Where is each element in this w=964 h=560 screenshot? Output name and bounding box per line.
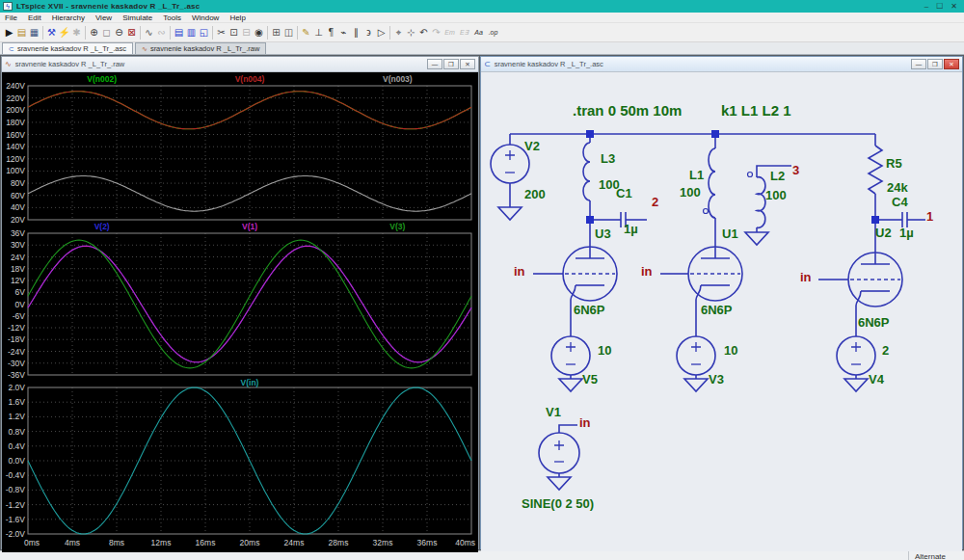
capacitor-icon[interactable]: ∥	[350, 25, 362, 40]
edit-text-icon[interactable]: ✎	[300, 25, 312, 40]
inductor-icon[interactable]: ϶	[362, 25, 375, 40]
c1-capacitor[interactable]	[590, 212, 647, 227]
run-icon[interactable]: ▶	[3, 25, 15, 40]
l1-name[interactable]: L1	[689, 169, 704, 181]
u2-name[interactable]: U2	[875, 227, 892, 239]
text-tool-icon[interactable]: Aa	[471, 25, 486, 40]
menu-help[interactable]: Help	[229, 13, 245, 22]
move-icon[interactable]: ⌖	[392, 25, 405, 40]
save-icon[interactable]: ▦	[28, 25, 40, 40]
directive-tran[interactable]: .tran 0 50m 10m	[573, 103, 682, 118]
maximize-button[interactable]: ☐	[936, 2, 943, 12]
u3-in-label[interactable]: in	[514, 265, 525, 278]
v2-name[interactable]: V2	[524, 140, 540, 152]
v4-value[interactable]: 2	[882, 344, 889, 357]
spice-directive-icon[interactable]: .op	[486, 25, 500, 40]
c4-value[interactable]: 1µ	[899, 227, 914, 239]
net-label-icon[interactable]: ¶	[325, 25, 337, 40]
r5-value[interactable]: 24k	[887, 181, 908, 194]
v5-value[interactable]: 10	[598, 344, 611, 357]
schematic-close-button[interactable]: ✕	[944, 59, 959, 69]
cut-icon[interactable]: ✂	[215, 25, 228, 40]
l2-name[interactable]: L2	[770, 170, 785, 182]
trace-label-v3[interactable]: V(3)	[389, 222, 405, 231]
l1-inductor[interactable]	[704, 134, 716, 247]
ground-icon[interactable]: ⊥	[312, 25, 325, 40]
u1-tube[interactable]	[660, 247, 742, 336]
control-panel-icon[interactable]: ⚒	[45, 25, 58, 40]
trace-label-vin[interactable]: V(in)	[241, 378, 259, 387]
tab-waveform[interactable]: ∿sravnenie kaskadov R _L_Tr_.raw	[135, 42, 266, 54]
r5-resistor[interactable]	[869, 134, 882, 220]
u3-type[interactable]: 6N6P	[574, 304, 605, 316]
u2-in-label[interactable]: in	[800, 271, 812, 283]
v1-in-label[interactable]: in	[579, 416, 591, 429]
l3-inductor[interactable]	[583, 134, 590, 247]
waveform-close-button[interactable]: ✕	[460, 59, 475, 69]
drag-icon[interactable]: ⊹	[405, 25, 417, 40]
waveform-restore-button[interactable]: ❐	[443, 59, 459, 69]
directive-coupling[interactable]: k1 L1 L2 1	[721, 103, 791, 118]
resistor-icon[interactable]: ⌁	[337, 25, 350, 40]
waveform-titlebar[interactable]: ∿ sravnenie kaskadov R _L_Tr_.raw — ❐ ✕	[2, 57, 478, 72]
trace-label-v1[interactable]: V(1)	[242, 222, 257, 231]
u1-name[interactable]: U1	[722, 227, 738, 240]
open-icon[interactable]: ▤	[15, 25, 28, 40]
v1-ground-icon[interactable]	[548, 477, 571, 490]
l1-value[interactable]: 100	[680, 186, 701, 199]
c1-value[interactable]: 1µ	[624, 223, 638, 235]
trace-label-vn003[interactable]: V(n003)	[383, 74, 413, 84]
print-icon[interactable]: ⊞	[270, 25, 282, 40]
l3-name[interactable]: L3	[601, 152, 615, 165]
schematic-restore-button[interactable]: ❐	[927, 59, 943, 69]
v2-ground-icon[interactable]	[498, 207, 522, 220]
v1-value[interactable]: SINE(0 2 50)	[522, 497, 594, 510]
minimize-button[interactable]: –	[924, 2, 928, 12]
v4-name[interactable]: V4	[869, 373, 884, 386]
menu-hierarchy[interactable]: Hierarchy	[52, 13, 85, 22]
run-man-icon[interactable]: ⚡	[58, 25, 70, 40]
c4-name[interactable]: C4	[892, 196, 908, 208]
v3-ground-icon[interactable]	[684, 379, 708, 391]
waveform-plot-area[interactable]: 20V40V60V80V100V120V140V160V180V200V220V…	[2, 72, 478, 552]
u1-in-label[interactable]: in	[641, 265, 653, 278]
u3-tube[interactable]	[533, 247, 617, 336]
v5-name[interactable]: V5	[582, 373, 598, 386]
menu-simulate[interactable]: Simulate	[122, 13, 152, 22]
v1-name[interactable]: V1	[546, 406, 561, 418]
net-label-3[interactable]: 3	[792, 164, 799, 176]
l2-ground-icon[interactable]	[745, 232, 768, 245]
plot-pane-icon[interactable]: ∿	[143, 25, 155, 40]
v3-name[interactable]: V3	[709, 373, 724, 386]
menu-window[interactable]: Window	[192, 13, 219, 22]
l2-value[interactable]: 100	[765, 189, 787, 201]
menu-tools[interactable]: Tools	[163, 13, 181, 22]
menu-view[interactable]: View	[95, 13, 112, 22]
cascade-icon[interactable]: ◱	[198, 25, 210, 40]
u2-type[interactable]: 6N6P	[858, 316, 890, 329]
v1-source[interactable]	[539, 425, 579, 477]
print-preview-icon[interactable]: ◫	[282, 25, 295, 40]
v2-source[interactable]	[491, 134, 529, 207]
u1-type[interactable]: 6N6P	[701, 304, 733, 316]
diode-icon[interactable]: ▷	[375, 25, 388, 40]
menu-edit[interactable]: Edit	[28, 13, 41, 22]
v3-value[interactable]: 10	[724, 344, 737, 357]
trace-label-vn004[interactable]: V(n004)	[235, 74, 265, 84]
schematic-titlebar[interactable]: ⊂ sravnenie kaskadov R _L_Tr_.asc — ❐ ✕	[481, 57, 962, 72]
tab-schematic[interactable]: ⊂sravnenie kaskadov R _L_Tr_.asc	[2, 42, 133, 54]
zoom-region-icon[interactable]: ◻	[100, 25, 113, 40]
schematic-canvas[interactable]: .tran 0 50m 10m k1 L1 L2 1 V2 200 L3 100…	[481, 72, 962, 551]
schematic-minimize-button[interactable]: —	[911, 59, 926, 69]
undo-icon[interactable]: ↶	[417, 25, 430, 40]
u3-name[interactable]: U3	[595, 227, 611, 240]
r5-name[interactable]: R5	[886, 157, 902, 170]
tile-horizontal-icon[interactable]: ▤	[173, 25, 185, 40]
trace-label-v2[interactable]: V(2)	[94, 222, 110, 231]
tile-vertical-icon[interactable]: ▥	[185, 25, 198, 40]
menu-file[interactable]: File	[5, 13, 17, 22]
net-label-2[interactable]: 2	[652, 196, 658, 208]
copy-icon[interactable]: ⊡	[228, 25, 240, 40]
c1-name[interactable]: C1	[616, 187, 632, 200]
trace-label-vn002[interactable]: V(n002)	[87, 74, 117, 84]
